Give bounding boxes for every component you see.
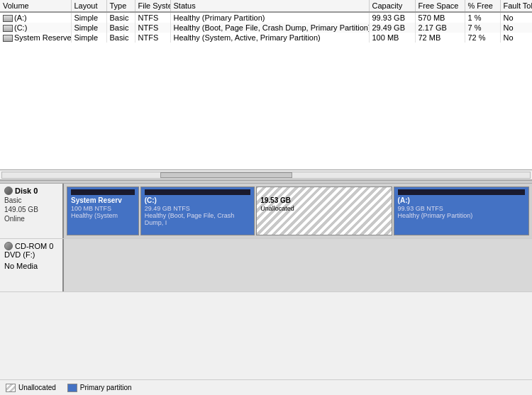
cell-volume: (C:) xyxy=(0,23,71,33)
part-detail1: 29.49 GB NTFS xyxy=(145,205,251,212)
cell-volume: System Reserved xyxy=(0,33,71,43)
cell-layout: Simple xyxy=(71,12,106,23)
col-header-fault[interactable]: Fault Tolerance xyxy=(500,0,532,12)
volume-table-section: Volume Layout Type File System Status Ca… xyxy=(0,0,532,170)
disk-management-window: Volume Layout Type File System Status Ca… xyxy=(0,0,532,395)
cdrom-row: CD-ROM 0 DVD (F:) No Media xyxy=(0,239,532,292)
part-title: (A:) xyxy=(398,196,525,204)
scrollbar-track[interactable] xyxy=(1,172,531,179)
cell-pctfree: 1 % xyxy=(465,12,500,23)
part-title: (C:) xyxy=(145,196,251,204)
disk-0-partitions: System Reserv 100 MB NTFS Healthy (Syste… xyxy=(64,184,532,238)
cell-capacity: 100 MB xyxy=(369,33,415,43)
disk-diagram: Disk 0 Basic 149.05 GB Online System Res… xyxy=(0,184,532,368)
disk-0-status: Online xyxy=(4,215,58,223)
cell-type: Basic xyxy=(106,23,135,33)
cell-capacity: 29.49 GB xyxy=(369,23,415,33)
volume-table: Volume Layout Type File System Status Ca… xyxy=(0,0,532,43)
cell-fault: No xyxy=(500,23,532,33)
cdrom-type: DVD (F:) xyxy=(4,250,58,259)
table-row[interactable]: System Reserved Simple Basic NTFS Health… xyxy=(0,33,532,43)
col-header-capacity[interactable]: Capacity xyxy=(369,0,415,12)
part-detail2: Healthy (Boot, Page File, Crash Dump, I xyxy=(145,212,251,226)
cell-layout: Simple xyxy=(71,33,106,43)
cdrom-area xyxy=(64,239,532,291)
disk-diagram-section: Disk 0 Basic 149.05 GB Online System Res… xyxy=(0,184,532,395)
col-header-status[interactable]: Status xyxy=(170,0,369,12)
cell-layout: Simple xyxy=(71,23,106,33)
cdrom-icon xyxy=(4,242,13,250)
legend-bar: Unallocated Primary partition xyxy=(0,379,532,395)
cell-pctfree: 7 % xyxy=(465,23,500,33)
table-row[interactable]: (C:) Simple Basic NTFS Healthy (Boot, Pa… xyxy=(0,23,532,33)
cell-pctfree: 72 % xyxy=(465,33,500,43)
part-detail1: Unallocated xyxy=(260,205,387,212)
partition-0[interactable]: System Reserv 100 MB NTFS Healthy (Syste… xyxy=(67,187,139,235)
col-header-type[interactable]: Type xyxy=(106,0,135,12)
cell-fs: NTFS xyxy=(135,33,170,43)
legend-unallocated: Unallocated xyxy=(6,384,56,392)
scrollbar-thumb[interactable] xyxy=(160,172,292,178)
part-detail1: 100 MB NTFS xyxy=(71,205,135,212)
part-detail1: 99.93 GB NTFS xyxy=(398,205,525,212)
cell-freespace: 2.17 GB xyxy=(415,23,465,33)
legend-primary: Primary partition xyxy=(67,384,132,392)
cell-freespace: 570 MB xyxy=(415,12,465,23)
cdrom-label: CD-ROM 0 DVD (F:) No Media xyxy=(0,239,64,291)
cell-freespace: 72 MB xyxy=(415,33,465,43)
cell-type: Basic xyxy=(106,12,135,23)
cell-capacity: 99.93 GB xyxy=(369,12,415,23)
cell-type: Basic xyxy=(106,33,135,43)
cell-status: Healthy (Boot, Page File, Crash Dump, Pr… xyxy=(170,23,369,33)
cell-status: Healthy (System, Active, Primary Partiti… xyxy=(170,33,369,43)
partition-3[interactable]: (A:) 99.93 GB NTFS Healthy (Primary Part… xyxy=(394,187,529,235)
cell-fs: NTFS xyxy=(135,23,170,33)
cdrom-status: No Media xyxy=(4,262,58,270)
disk-0-icon xyxy=(4,187,13,195)
cdrom-name: CD-ROM 0 xyxy=(15,242,53,250)
cell-fault: No xyxy=(500,33,532,43)
col-header-fs[interactable]: File System xyxy=(135,0,170,12)
horizontal-scrollbar[interactable] xyxy=(0,170,532,180)
part-detail2: Healthy (System xyxy=(71,212,135,219)
legend-unallocated-box xyxy=(6,384,16,392)
partition-header xyxy=(71,189,135,195)
disk-0-type: Basic xyxy=(4,196,58,204)
cell-fs: NTFS xyxy=(135,12,170,23)
partition-1[interactable]: (C:) 29.49 GB NTFS Healthy (Boot, Page F… xyxy=(140,187,255,235)
disk-0-name: Disk 0 xyxy=(15,187,38,195)
legend-unallocated-label: Unallocated xyxy=(18,384,56,391)
part-title: 19.53 GB xyxy=(260,196,387,204)
partition-header xyxy=(398,189,525,195)
cell-volume: (A:) xyxy=(0,12,71,23)
part-detail2: Healthy (Primary Partition) xyxy=(398,212,525,219)
partition-header xyxy=(145,189,251,195)
part-title: System Reserv xyxy=(71,196,135,204)
col-header-volume[interactable]: Volume xyxy=(0,0,71,12)
disk-0-label: Disk 0 Basic 149.05 GB Online xyxy=(0,184,64,238)
partition-2[interactable]: 19.53 GB Unallocated xyxy=(256,187,392,235)
col-header-layout[interactable]: Layout xyxy=(71,0,106,12)
cell-status: Healthy (Primary Partition) xyxy=(170,12,369,23)
disk-0-size: 149.05 GB xyxy=(4,206,58,213)
col-header-freespace[interactable]: Free Space xyxy=(415,0,465,12)
cell-fault: No xyxy=(500,12,532,23)
legend-primary-label: Primary partition xyxy=(80,384,132,391)
disk-row-0: Disk 0 Basic 149.05 GB Online System Res… xyxy=(0,184,532,239)
table-row[interactable]: (A:) Simple Basic NTFS Healthy (Primary … xyxy=(0,12,532,23)
legend-primary-box xyxy=(67,384,77,392)
col-header-pctfree[interactable]: % Free xyxy=(465,0,500,12)
